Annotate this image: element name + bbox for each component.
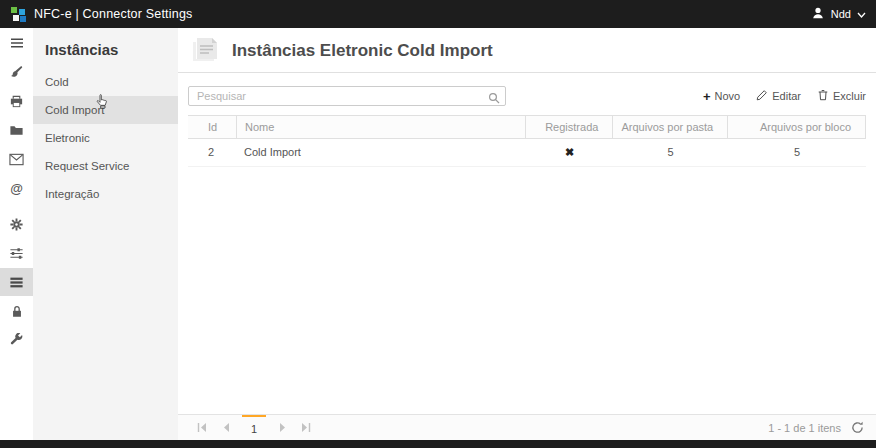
user-icon xyxy=(811,6,825,22)
content-spacer xyxy=(178,167,876,414)
brush-icon[interactable] xyxy=(0,58,33,86)
column-header-nome[interactable]: Nome xyxy=(236,116,526,138)
sidebar-item-request-service[interactable]: Request Service xyxy=(33,152,178,180)
search-icon xyxy=(488,90,500,108)
pager-info: 1 - 1 de 1 itens xyxy=(768,422,841,434)
app-body: @ Instâncias Cold Cold Import Eletronic … xyxy=(0,28,876,440)
printer-icon[interactable] xyxy=(0,87,33,115)
trash-icon xyxy=(817,89,829,103)
data-grid: Id Nome Registrada Arquivos por pasta Ar… xyxy=(188,115,866,167)
prev-page-icon[interactable] xyxy=(214,415,238,440)
sidebar-item-eletronic[interactable]: Eletronic xyxy=(33,124,178,152)
last-page-icon[interactable] xyxy=(294,415,318,440)
pencil-icon xyxy=(756,89,768,103)
mail-icon[interactable] xyxy=(0,145,33,173)
main-header: Instâncias Eletronic Cold Import xyxy=(178,28,876,73)
search-input[interactable] xyxy=(188,86,506,106)
document-icon xyxy=(190,35,222,66)
column-header-arquivos-por-bloco[interactable]: Arquivos por bloco xyxy=(727,116,865,138)
table-row[interactable]: 2 Cold Import ✖ 5 5 xyxy=(188,139,866,167)
menu-icon[interactable] xyxy=(0,29,33,57)
user-menu[interactable]: Ndd xyxy=(811,6,866,22)
sidebar-item-cold-import[interactable]: Cold Import xyxy=(33,96,178,124)
cell-nome: Cold Import xyxy=(236,139,526,166)
novo-button[interactable]: + Novo xyxy=(703,90,740,103)
sidebar-item-cold[interactable]: Cold xyxy=(33,68,178,96)
folder-icon[interactable] xyxy=(0,116,33,144)
cell-id: 2 xyxy=(188,139,236,166)
gear-icon[interactable] xyxy=(0,210,33,238)
top-bar: NFC-e | Connector Settings Ndd xyxy=(0,0,876,28)
wrench-icon[interactable] xyxy=(0,326,33,354)
sliders-icon[interactable] xyxy=(0,239,33,267)
page-title: Instâncias Eletronic Cold Import xyxy=(232,41,493,61)
cell-arquivos-por-bloco: 5 xyxy=(728,139,866,166)
chevron-down-icon xyxy=(857,8,866,20)
sidebar-title: Instâncias xyxy=(33,28,178,68)
next-page-icon[interactable] xyxy=(270,415,294,440)
icon-rail: @ xyxy=(0,28,33,440)
current-page[interactable]: 1 xyxy=(242,415,266,440)
grid-icon[interactable] xyxy=(0,268,33,296)
at-icon[interactable]: @ xyxy=(0,174,33,202)
column-header-arquivos-por-pasta[interactable]: Arquivos por pasta xyxy=(612,116,727,138)
first-page-icon[interactable] xyxy=(190,415,214,440)
app-title: NFC-e | Connector Settings xyxy=(34,7,193,21)
excluir-button[interactable]: Excluir xyxy=(817,89,866,103)
grid-header: Id Nome Registrada Arquivos por pasta Ar… xyxy=(188,115,866,139)
bottom-bar xyxy=(0,440,876,448)
cell-arquivos-por-pasta: 5 xyxy=(613,139,728,166)
main-panel: Instâncias Eletronic Cold Import + Novo xyxy=(178,28,876,440)
pager: 1 1 - 1 de 1 itens xyxy=(178,414,876,440)
cell-registrada: ✖ xyxy=(526,139,613,166)
sidebar-item-integracao[interactable]: Integração xyxy=(33,180,178,208)
user-name: Ndd xyxy=(831,8,851,20)
app-logo xyxy=(10,6,26,22)
search-box xyxy=(188,86,506,106)
sidebar: Instâncias Cold Cold Import Eletronic Re… xyxy=(33,28,178,440)
refresh-icon[interactable] xyxy=(851,421,864,434)
toolbar-actions: + Novo Editar Excluir xyxy=(703,89,866,103)
lock-icon[interactable] xyxy=(0,297,33,325)
editar-button[interactable]: Editar xyxy=(756,89,801,103)
column-header-id[interactable]: Id xyxy=(188,116,236,138)
toolbar: + Novo Editar Excluir xyxy=(178,73,876,115)
plus-icon: + xyxy=(703,90,711,103)
column-header-registrada[interactable]: Registrada xyxy=(525,116,612,138)
